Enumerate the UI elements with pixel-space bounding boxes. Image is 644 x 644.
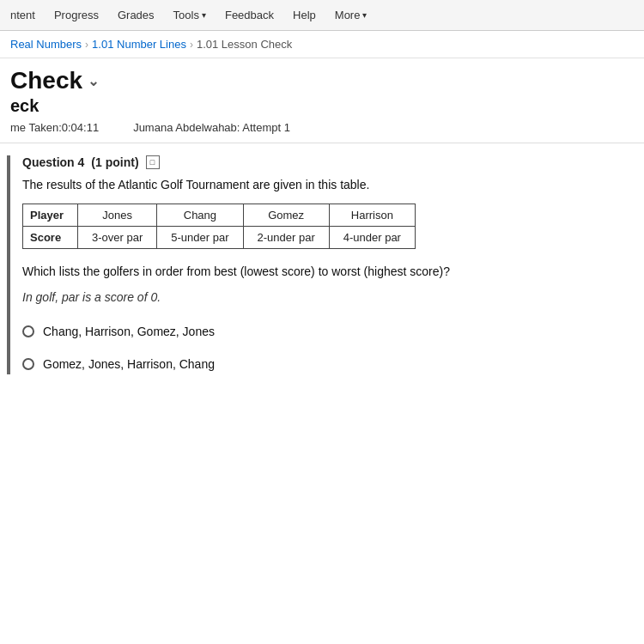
page-title: Check ⌄ xyxy=(10,67,634,94)
nav-feedback[interactable]: Feedback xyxy=(223,2,276,28)
table-cell-jones-header: Jones xyxy=(78,204,157,227)
breadcrumb-lesson-check: 1.01 Lesson Check xyxy=(197,38,292,51)
question-expand-icon[interactable]: □ xyxy=(146,155,160,169)
golf-table: Player Jones Chang Gomez Harrison Score … xyxy=(22,204,416,249)
breadcrumb-real-numbers[interactable]: Real Numbers xyxy=(10,38,82,51)
answer-option-1[interactable]: Chang, Harrison, Gomez, Jones xyxy=(22,321,644,342)
nav-tools[interactable]: Tools xyxy=(172,2,208,28)
time-taken-label: me Taken:0:04:11 xyxy=(10,121,99,134)
breadcrumb: Real Numbers › 1.01 Number Lines › 1.01 … xyxy=(0,31,644,58)
option-text-2: Gomez, Jones, Harrison, Chang xyxy=(43,357,215,371)
breadcrumb-sep-1: › xyxy=(85,39,88,51)
table-cell-chang-header: Chang xyxy=(157,204,243,227)
table-cell-harrison-score: 4-under par xyxy=(329,227,415,249)
hint-text: In golf, par is a score of 0. xyxy=(22,290,644,304)
nav-help[interactable]: Help xyxy=(291,2,318,28)
question-points: (1 point) xyxy=(91,155,138,169)
table-score-row: Score 3-over par 5-under par 2-under par… xyxy=(23,227,416,249)
question-text: The results of the Atlantic Golf Tournam… xyxy=(22,178,644,191)
breadcrumb-sep-2: › xyxy=(190,39,193,51)
table-cell-chang-score: 5-under par xyxy=(157,227,243,249)
table-cell-harrison-header: Harrison xyxy=(329,204,415,227)
radio-option-1[interactable] xyxy=(22,325,34,337)
question-container: Question 4 (1 point) □ The results of th… xyxy=(7,155,644,374)
title-dropdown-arrow[interactable]: ⌄ xyxy=(88,73,99,89)
question-number: Question 4 xyxy=(22,155,84,169)
radio-option-2[interactable] xyxy=(22,358,34,370)
question-prompt: Which lists the golfers in order from be… xyxy=(22,264,644,278)
table-header-row: Player Jones Chang Gomez Harrison xyxy=(23,204,416,227)
question-header: Question 4 (1 point) □ xyxy=(22,155,644,169)
nav-more[interactable]: More xyxy=(333,2,369,28)
nav-grades[interactable]: Grades xyxy=(116,2,156,28)
student-attempt: Jumana Abdelwahab: Attempt 1 xyxy=(133,121,290,134)
table-cell-gomez-header: Gomez xyxy=(243,204,329,227)
table-cell-player-header: Player xyxy=(23,204,78,227)
table-cell-score-label: Score xyxy=(23,227,78,249)
page-subtitle: eck xyxy=(10,94,634,119)
table-cell-jones-score: 3-over par xyxy=(78,227,157,249)
answer-option-2[interactable]: Gomez, Jones, Harrison, Chang xyxy=(22,354,644,374)
page-header: Check ⌄ eck me Taken:0:04:11 Jumana Abde… xyxy=(0,58,644,143)
nav-progress[interactable]: Progress xyxy=(52,2,100,28)
nav-content[interactable]: ntent xyxy=(9,2,37,28)
top-navigation: ntent Progress Grades Tools Feedback Hel… xyxy=(0,0,644,31)
page-title-text: Check xyxy=(10,67,82,94)
breadcrumb-number-lines[interactable]: 1.01 Number Lines xyxy=(92,38,186,51)
table-cell-gomez-score: 2-under par xyxy=(243,227,329,249)
option-text-1: Chang, Harrison, Gomez, Jones xyxy=(43,325,215,338)
meta-row: me Taken:0:04:11 Jumana Abdelwahab: Atte… xyxy=(10,119,634,139)
